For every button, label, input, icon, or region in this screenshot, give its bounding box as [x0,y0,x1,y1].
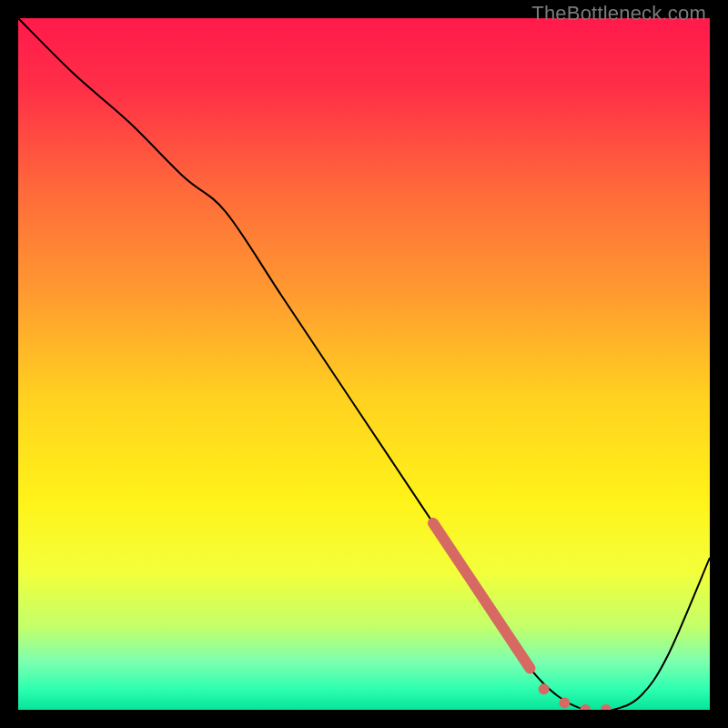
highlight-dot [539,683,550,694]
chart-frame [18,18,710,710]
bottleneck-chart [18,18,710,710]
watermark-text: TheBottleneck.com [531,2,706,25]
gradient-background [18,18,710,710]
highlight-dot [559,697,570,708]
